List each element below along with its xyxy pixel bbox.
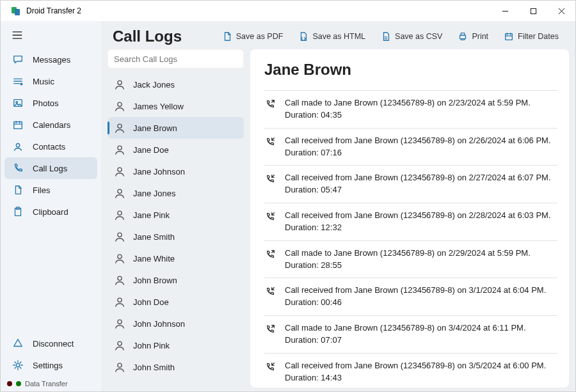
svg-point-19 xyxy=(118,211,122,215)
contact-name: Jane Smith xyxy=(133,232,175,242)
svg-point-18 xyxy=(118,189,122,193)
svg-point-15 xyxy=(118,124,122,128)
sidebar-item-label: Clipboard xyxy=(33,207,68,217)
contact-item[interactable]: Jane White xyxy=(108,247,244,269)
sidebar-item-label: Messages xyxy=(33,55,70,65)
contact-item[interactable]: Jane Johnson xyxy=(108,161,244,182)
call-text: Call received from Jane Brown (123456789… xyxy=(285,285,546,309)
svg-point-10 xyxy=(16,363,19,366)
sidebar-item-calendars[interactable]: Calendars xyxy=(4,114,97,136)
svg-point-13 xyxy=(118,81,122,84)
sidebar-item-settings[interactable]: Settings xyxy=(4,354,97,376)
contact-item[interactable]: John Doe xyxy=(108,291,244,313)
sidebar-item-label: Music xyxy=(33,77,54,86)
save-pdf-button[interactable]: Save as PDF xyxy=(217,27,289,45)
settings-icon xyxy=(12,359,24,371)
messages-icon xyxy=(12,54,24,65)
print-button[interactable]: Print xyxy=(452,27,493,45)
contact-item[interactable]: Jane Jones xyxy=(108,182,244,204)
sidebar-item-label: Calendars xyxy=(33,120,70,130)
nav-list: MessagesMusicPhotosCalendarsContactsCall… xyxy=(1,49,101,223)
contact-name: John Johnson xyxy=(133,319,185,329)
contact-item[interactable]: Jane Brown xyxy=(108,117,244,139)
nav-bottom: DisconnectSettings xyxy=(1,333,101,376)
svg-point-23 xyxy=(118,298,122,302)
contact-name: Jack Jones xyxy=(133,80,175,90)
contact-item[interactable]: Jane Doe xyxy=(108,139,244,161)
contact-name: Jane White xyxy=(133,254,175,263)
svg-point-14 xyxy=(118,102,122,106)
maximize-button[interactable] xyxy=(519,1,547,21)
disconnect-icon xyxy=(12,338,24,349)
svg-point-7 xyxy=(16,144,19,147)
contact-name: John Pink xyxy=(133,341,170,350)
call-incoming-icon xyxy=(264,136,276,148)
call-row: Call received from Jane Brown (123456789… xyxy=(264,165,557,203)
status-dot-green xyxy=(16,381,21,386)
contact-item[interactable]: Jack Jones xyxy=(108,74,244,95)
svg-point-5 xyxy=(16,102,18,104)
search-input[interactable] xyxy=(108,49,244,68)
sidebar-item-call-logs[interactable]: Call Logs xyxy=(4,157,97,179)
person-icon xyxy=(114,318,125,329)
contact-item[interactable]: Jane Smith xyxy=(108,226,244,247)
svg-rect-12 xyxy=(506,34,513,40)
detail-pane[interactable]: Jane Brown Call made to Jane Brown (1234… xyxy=(250,49,569,388)
hamburger-button[interactable] xyxy=(1,27,101,49)
svg-rect-2 xyxy=(531,8,536,13)
call-text: Call made to Jane Brown (123456789-8) on… xyxy=(285,322,526,347)
contact-name: John Smith xyxy=(133,363,175,372)
contacts-icon xyxy=(12,141,24,152)
svg-point-20 xyxy=(118,233,122,237)
person-icon xyxy=(114,340,125,351)
status-bar: Data Transfer xyxy=(1,376,101,391)
filter-dates-button[interactable]: Filter Dates xyxy=(499,27,564,45)
svg-rect-1 xyxy=(15,9,20,15)
sidebar-item-disconnect[interactable]: Disconnect xyxy=(4,333,97,354)
calendars-icon xyxy=(12,119,24,130)
contact-item[interactable]: John Brown xyxy=(108,269,244,291)
main-area: Call Logs Save as PDF Save as HTML Save … xyxy=(101,21,575,391)
contact-name: John Brown xyxy=(133,276,177,285)
call-row: Call made to Jane Brown (123456789-8) on… xyxy=(264,90,557,128)
status-dot-red xyxy=(7,381,12,386)
sidebar-item-contacts[interactable]: Contacts xyxy=(4,136,97,157)
person-icon xyxy=(114,187,125,199)
svg-point-22 xyxy=(118,276,122,280)
sidebar-item-messages[interactable]: Messages xyxy=(4,49,97,70)
call-text: Call made to Jane Brown (123456789-8) on… xyxy=(285,97,531,122)
sidebar-item-clipboard[interactable]: Clipboard xyxy=(4,201,97,223)
contact-item[interactable]: John Johnson xyxy=(108,313,244,334)
svg-point-17 xyxy=(118,168,122,171)
call-row: Call received from Jane Brown (123456789… xyxy=(264,278,557,315)
sidebar-item-files[interactable]: Files xyxy=(4,179,97,201)
contact-item[interactable]: James Yellow xyxy=(108,95,244,117)
photos-icon xyxy=(12,97,24,109)
sidebar-item-label: Contacts xyxy=(33,142,65,152)
sidebar-item-photos[interactable]: Photos xyxy=(4,92,97,114)
person-icon xyxy=(114,274,125,286)
save-html-button[interactable]: Save as HTML xyxy=(293,27,371,45)
close-button[interactable] xyxy=(547,1,575,21)
contact-item[interactable]: Jane Pink xyxy=(108,204,244,226)
page-header: Call Logs Save as PDF Save as HTML Save … xyxy=(101,21,575,49)
contact-column: Jack JonesJames YellowJane BrownJane Doe… xyxy=(108,49,244,388)
contact-item[interactable]: John Smith xyxy=(108,356,244,378)
call-outgoing-icon xyxy=(264,324,276,335)
contact-name: Jane Johnson xyxy=(133,167,185,176)
call-incoming-icon xyxy=(264,173,276,185)
minimize-button[interactable] xyxy=(491,1,519,21)
person-icon xyxy=(114,100,125,112)
call-outgoing-icon xyxy=(264,98,276,110)
svg-point-21 xyxy=(118,255,122,258)
call-text: Call received from Jane Brown (123456789… xyxy=(285,172,551,196)
sidebar: MessagesMusicPhotosCalendarsContactsCall… xyxy=(1,21,101,391)
call-list: Call made to Jane Brown (123456789-8) on… xyxy=(264,90,557,388)
contact-item[interactable]: John Pink xyxy=(108,334,244,356)
sidebar-item-label: Photos xyxy=(33,98,58,108)
contact-list[interactable]: Jack JonesJames YellowJane BrownJane Doe… xyxy=(108,74,244,388)
clipboard-icon xyxy=(12,206,24,217)
sidebar-item-label: Settings xyxy=(33,361,63,370)
save-csv-button[interactable]: Save as CSV xyxy=(376,27,447,45)
sidebar-item-music[interactable]: Music xyxy=(4,70,97,92)
